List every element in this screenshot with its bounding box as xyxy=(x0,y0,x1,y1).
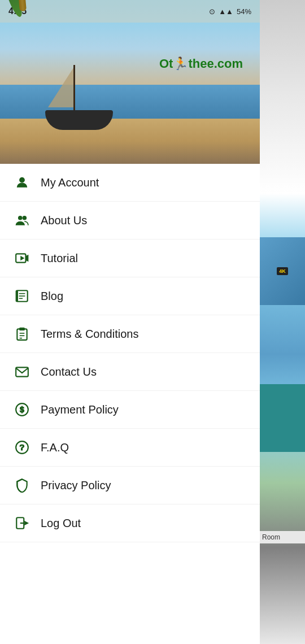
menu-list: My Account About Us xyxy=(0,164,260,644)
svg-point-2 xyxy=(23,216,27,220)
video-icon xyxy=(14,250,30,267)
menu-label-payment-policy: Payment Policy xyxy=(41,403,119,416)
battery-text: 54% xyxy=(237,7,251,16)
signal-icon: ▲▲ xyxy=(219,7,233,16)
right-room-label: Room xyxy=(260,531,305,543)
logo-suffix: thee.com xyxy=(188,56,243,71)
menu-label-my-account: My Account xyxy=(41,176,99,189)
menu-item-my-account[interactable]: My Account xyxy=(0,164,260,202)
status-icons: ⊙ ▲▲ 54% xyxy=(209,7,251,16)
boat xyxy=(45,110,113,130)
svg-text:$: $ xyxy=(20,405,24,414)
boat-sail xyxy=(48,68,73,107)
logout-icon xyxy=(14,515,30,532)
right-card-teal xyxy=(260,384,305,452)
menu-item-payment-policy[interactable]: $ Payment Policy xyxy=(0,391,260,429)
menu-label-log-out: Log Out xyxy=(41,517,81,530)
menu-item-blog[interactable]: Blog xyxy=(0,277,260,315)
menu-item-tutorial[interactable]: Tutorial xyxy=(0,240,260,277)
menu-label-tutorial: Tutorial xyxy=(41,252,78,265)
beach-sand xyxy=(0,119,260,164)
menu-item-faq[interactable]: ? F.A.Q xyxy=(0,429,260,467)
menu-item-about-us[interactable]: About Us xyxy=(0,202,260,240)
app-logo: Ot🏃thee.com xyxy=(159,56,243,71)
header-background: 4:35 ⊙ ▲▲ 54% xyxy=(0,0,260,164)
clipboard-icon xyxy=(14,325,30,342)
svg-text:?: ? xyxy=(19,442,24,452)
target-icon: ⊙ xyxy=(209,7,215,16)
svg-marker-4 xyxy=(21,256,24,260)
svg-point-1 xyxy=(19,216,23,220)
question-icon: ? xyxy=(14,439,30,456)
book-icon xyxy=(14,288,30,304)
menu-label-faq: F.A.Q xyxy=(41,441,69,454)
drawer-header: 4:35 ⊙ ▲▲ 54% xyxy=(0,0,260,164)
status-bar: 4:35 ⊙ ▲▲ 54% xyxy=(0,0,260,23)
badge-4k: 4K xyxy=(277,267,288,275)
menu-label-contact-us: Contact Us xyxy=(41,365,97,378)
boat-mast xyxy=(73,65,75,110)
navigation-drawer: 4:35 ⊙ ▲▲ 54% xyxy=(0,0,260,644)
menu-label-about-us: About Us xyxy=(41,214,87,227)
svg-point-0 xyxy=(20,177,25,182)
menu-item-log-out[interactable]: Log Out xyxy=(0,504,260,542)
shield-icon xyxy=(14,477,30,494)
svg-rect-11 xyxy=(20,328,25,330)
menu-item-contact-us[interactable]: Contact Us xyxy=(0,353,260,391)
menu-label-blog: Blog xyxy=(41,290,63,303)
dollar-icon: $ xyxy=(14,401,30,418)
svg-rect-9 xyxy=(16,290,18,302)
right-background-panel: 4K Room xyxy=(260,0,305,644)
envelope-icon xyxy=(14,363,30,380)
boat-body xyxy=(45,110,113,130)
menu-item-terms-conditions[interactable]: Terms & Conditions xyxy=(0,315,260,353)
group-icon xyxy=(14,212,30,229)
logo-prefix: Ot xyxy=(159,56,173,71)
menu-label-privacy-policy: Privacy Policy xyxy=(41,479,111,492)
menu-label-terms-conditions: Terms & Conditions xyxy=(41,328,138,341)
logo-runner-icon: 🏃 xyxy=(173,56,188,71)
right-card-video: 4K xyxy=(260,237,305,305)
menu-item-privacy-policy[interactable]: Privacy Policy xyxy=(0,467,260,504)
person-icon xyxy=(14,174,30,191)
